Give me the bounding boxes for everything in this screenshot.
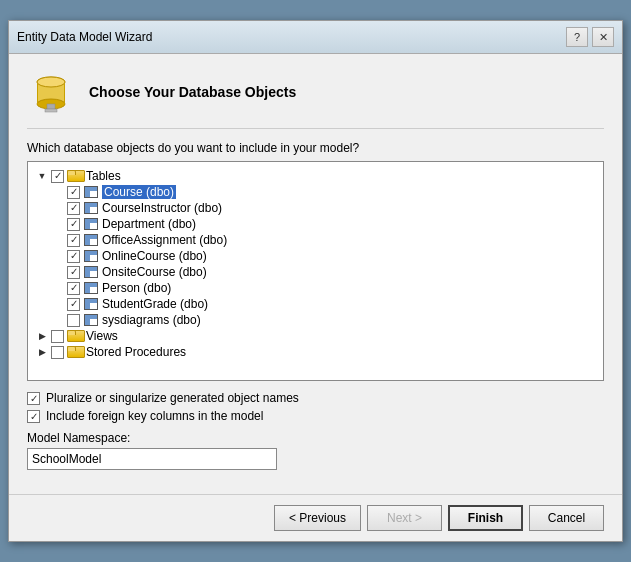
table-icon-sysdiag <box>83 313 99 327</box>
tree-sp-root[interactable]: ▶ Stored Procedures <box>36 344 595 360</box>
option-row-foreignkey: Include foreign key columns in the model <box>27 409 604 423</box>
folder-icon-tables <box>67 169 83 183</box>
table-icon-sg <box>83 297 99 311</box>
checkbox-pluralize[interactable] <box>27 392 40 405</box>
previous-button[interactable]: < Previous <box>274 505 361 531</box>
tree-item-course[interactable]: Course (dbo) <box>52 184 595 200</box>
namespace-section: Model Namespace: <box>27 431 604 470</box>
tree-item-courseinstructor[interactable]: CourseInstructor (dbo) <box>52 200 595 216</box>
tree-item-sysdiagrams[interactable]: sysdiagrams (dbo) <box>52 312 595 328</box>
label-sg: StudentGrade (dbo) <box>102 297 208 311</box>
table-icon-dept <box>83 217 99 231</box>
table-icon-oc <box>83 249 99 263</box>
tree-item-officeassignment[interactable]: OfficeAssignment (dbo) <box>52 232 595 248</box>
label-osc: OnsiteCourse (dbo) <box>102 265 207 279</box>
label-ci: CourseInstructor (dbo) <box>102 201 222 215</box>
title-bar: Entity Data Model Wizard ? ✕ <box>9 21 622 54</box>
tree-tables-root[interactable]: ▼ Tables <box>36 168 595 184</box>
cancel-button[interactable]: Cancel <box>529 505 604 531</box>
table-icon-ci <box>83 201 99 215</box>
svg-point-5 <box>37 77 65 87</box>
sp-label: Stored Procedures <box>86 345 186 359</box>
svg-rect-4 <box>64 82 65 104</box>
checkbox-osc[interactable] <box>67 266 80 279</box>
finish-button[interactable]: Finish <box>448 505 523 531</box>
table-icon-person <box>83 281 99 295</box>
checkbox-course[interactable] <box>67 186 80 199</box>
table-icon-oa <box>83 233 99 247</box>
checkbox-sp[interactable] <box>51 346 64 359</box>
expand-arrow-sp[interactable]: ▶ <box>36 346 48 358</box>
tree-item-person[interactable]: Person (dbo) <box>52 280 595 296</box>
tree-item-department[interactable]: Department (dbo) <box>52 216 595 232</box>
tables-label: Tables <box>86 169 121 183</box>
label-oc: OnlineCourse (dbo) <box>102 249 207 263</box>
checkbox-tables[interactable] <box>51 170 64 183</box>
checkbox-dept[interactable] <box>67 218 80 231</box>
checkbox-views[interactable] <box>51 330 64 343</box>
label-person: Person (dbo) <box>102 281 171 295</box>
checkbox-ci[interactable] <box>67 202 80 215</box>
folder-icon-sp <box>67 345 83 359</box>
options-section: Pluralize or singularize generated objec… <box>27 391 604 423</box>
expand-arrow-tables[interactable]: ▼ <box>36 170 48 182</box>
checkbox-oc[interactable] <box>67 250 80 263</box>
question-text: Which database objects do you want to in… <box>27 141 604 155</box>
footer: < Previous Next > Finish Cancel <box>9 494 622 541</box>
checkbox-oa[interactable] <box>67 234 80 247</box>
tree-container[interactable]: ▼ Tables Course (dbo) <box>27 161 604 381</box>
option-row-pluralize: Pluralize or singularize generated objec… <box>27 391 604 405</box>
label-foreignkey: Include foreign key columns in the model <box>46 409 263 423</box>
label-sysdiag: sysdiagrams (dbo) <box>102 313 201 327</box>
title-bar-buttons: ? ✕ <box>566 27 614 47</box>
label-course: Course (dbo) <box>102 185 176 199</box>
checkbox-person[interactable] <box>67 282 80 295</box>
views-label: Views <box>86 329 118 343</box>
namespace-label: Model Namespace: <box>27 431 604 445</box>
svg-rect-6 <box>47 104 55 109</box>
tree-item-onlinecourse[interactable]: OnlineCourse (dbo) <box>52 248 595 264</box>
page-title: Choose Your Database Objects <box>89 84 296 100</box>
label-dept: Department (dbo) <box>102 217 196 231</box>
wizard-window: Entity Data Model Wizard ? ✕ Choose Your… <box>8 20 623 542</box>
expand-arrow-views[interactable]: ▶ <box>36 330 48 342</box>
header-section: Choose Your Database Objects <box>27 68 604 129</box>
checkbox-sg[interactable] <box>67 298 80 311</box>
folder-icon-views <box>67 329 83 343</box>
close-button[interactable]: ✕ <box>592 27 614 47</box>
namespace-input[interactable] <box>27 448 277 470</box>
tree-item-studentgrade[interactable]: StudentGrade (dbo) <box>52 296 595 312</box>
next-button[interactable]: Next > <box>367 505 442 531</box>
label-oa: OfficeAssignment (dbo) <box>102 233 227 247</box>
wizard-content: Choose Your Database Objects Which datab… <box>9 54 622 494</box>
tree-item-onsitecourse[interactable]: OnsiteCourse (dbo) <box>52 264 595 280</box>
database-icon <box>27 68 75 116</box>
table-icon-osc <box>83 265 99 279</box>
svg-rect-3 <box>37 82 38 104</box>
window-title: Entity Data Model Wizard <box>17 30 152 44</box>
checkbox-sysdiag[interactable] <box>67 314 80 327</box>
table-icon-course <box>83 185 99 199</box>
svg-rect-7 <box>45 109 57 112</box>
checkbox-foreignkey[interactable] <box>27 410 40 423</box>
tree-views-root[interactable]: ▶ Views <box>36 328 595 344</box>
help-button[interactable]: ? <box>566 27 588 47</box>
label-pluralize: Pluralize or singularize generated objec… <box>46 391 299 405</box>
